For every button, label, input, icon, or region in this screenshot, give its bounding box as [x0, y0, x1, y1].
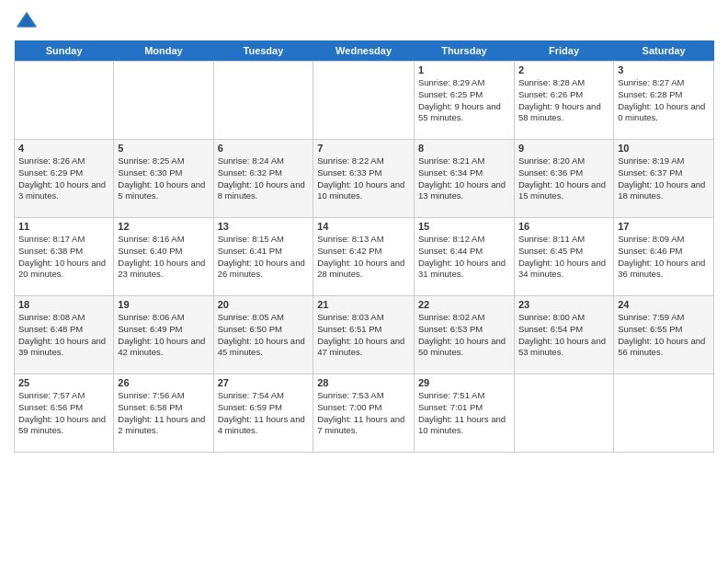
calendar-cell: 15Sunrise: 8:12 AMSunset: 6:44 PMDayligh…: [414, 218, 514, 296]
calendar-cell: 25Sunrise: 7:57 AMSunset: 6:56 PMDayligh…: [15, 374, 114, 453]
day-number: 8: [418, 143, 510, 154]
calendar-cell: [15, 62, 114, 140]
week-row-4: 18Sunrise: 8:08 AMSunset: 6:48 PMDayligh…: [15, 296, 714, 374]
day-number: 2: [518, 64, 609, 75]
day-number: 10: [618, 143, 710, 154]
day-number: 25: [18, 377, 109, 388]
calendar-container: SundayMondayTuesdayWednesdayThursdayFrid…: [0, 0, 728, 462]
calendar-cell: [213, 62, 313, 140]
calendar-cell: 11Sunrise: 8:17 AMSunset: 6:38 PMDayligh…: [15, 218, 114, 296]
calendar-cell: 29Sunrise: 7:51 AMSunset: 7:01 PMDayligh…: [414, 374, 514, 453]
cell-daylight-info: Sunrise: 8:21 AMSunset: 6:34 PMDaylight:…: [418, 155, 510, 202]
calendar-cell: 20Sunrise: 8:05 AMSunset: 6:50 PMDayligh…: [213, 296, 313, 374]
day-number: 6: [218, 143, 310, 154]
day-number: 16: [518, 221, 609, 232]
calendar-cell: 6Sunrise: 8:24 AMSunset: 6:32 PMDaylight…: [213, 140, 313, 218]
cell-daylight-info: Sunrise: 7:59 AMSunset: 6:55 PMDaylight:…: [618, 312, 710, 359]
calendar-cell: 27Sunrise: 7:54 AMSunset: 6:59 PMDayligh…: [213, 374, 313, 453]
cell-daylight-info: Sunrise: 8:05 AMSunset: 6:50 PMDaylight:…: [218, 312, 310, 359]
calendar-cell: 19Sunrise: 8:06 AMSunset: 6:49 PMDayligh…: [114, 296, 213, 374]
cell-daylight-info: Sunrise: 8:12 AMSunset: 6:44 PMDaylight:…: [418, 234, 510, 281]
cell-daylight-info: Sunrise: 7:53 AMSunset: 7:00 PMDaylight:…: [317, 390, 410, 437]
day-header-saturday: Saturday: [614, 40, 714, 62]
calendar-cell: 17Sunrise: 8:09 AMSunset: 6:46 PMDayligh…: [614, 218, 714, 296]
day-number: 9: [518, 143, 609, 154]
calendar-cell: [313, 62, 415, 140]
cell-daylight-info: Sunrise: 8:29 AMSunset: 6:25 PMDaylight:…: [418, 77, 510, 124]
day-number: 23: [518, 299, 609, 310]
day-number: 28: [317, 377, 410, 388]
day-number: 19: [118, 299, 209, 310]
cell-daylight-info: Sunrise: 8:22 AMSunset: 6:33 PMDaylight:…: [317, 155, 410, 202]
day-header-friday: Friday: [514, 40, 613, 62]
calendar-cell: 4Sunrise: 8:26 AMSunset: 6:29 PMDaylight…: [15, 140, 114, 218]
calendar-cell: 22Sunrise: 8:02 AMSunset: 6:53 PMDayligh…: [414, 296, 514, 374]
cell-daylight-info: Sunrise: 8:06 AMSunset: 6:49 PMDaylight:…: [118, 312, 209, 359]
calendar-cell: 12Sunrise: 8:16 AMSunset: 6:40 PMDayligh…: [114, 218, 213, 296]
day-number: 17: [618, 221, 710, 232]
calendar-cell: 24Sunrise: 7:59 AMSunset: 6:55 PMDayligh…: [614, 296, 714, 374]
day-number: 18: [18, 299, 109, 310]
cell-daylight-info: Sunrise: 8:00 AMSunset: 6:54 PMDaylight:…: [518, 312, 609, 359]
cell-daylight-info: Sunrise: 8:26 AMSunset: 6:29 PMDaylight:…: [18, 155, 109, 202]
calendar-cell: 21Sunrise: 8:03 AMSunset: 6:51 PMDayligh…: [313, 296, 415, 374]
cell-daylight-info: Sunrise: 8:28 AMSunset: 6:26 PMDaylight:…: [518, 77, 609, 124]
day-number: 1: [418, 64, 510, 75]
day-header-thursday: Thursday: [414, 40, 514, 62]
day-number: 15: [418, 221, 510, 232]
calendar-cell: [114, 62, 213, 140]
calendar-cell: 3Sunrise: 8:27 AMSunset: 6:28 PMDaylight…: [614, 62, 714, 140]
calendar-cell: 9Sunrise: 8:20 AMSunset: 6:36 PMDaylight…: [514, 140, 613, 218]
day-number: 29: [418, 377, 510, 388]
cell-daylight-info: Sunrise: 8:02 AMSunset: 6:53 PMDaylight:…: [418, 312, 510, 359]
week-row-2: 4Sunrise: 8:26 AMSunset: 6:29 PMDaylight…: [15, 140, 714, 218]
day-header-sunday: Sunday: [15, 40, 114, 62]
day-number: 20: [218, 299, 310, 310]
cell-daylight-info: Sunrise: 8:13 AMSunset: 6:42 PMDaylight:…: [317, 234, 410, 281]
calendar-cell: 23Sunrise: 8:00 AMSunset: 6:54 PMDayligh…: [514, 296, 613, 374]
cell-daylight-info: Sunrise: 8:17 AMSunset: 6:38 PMDaylight:…: [18, 234, 109, 281]
calendar-cell: 14Sunrise: 8:13 AMSunset: 6:42 PMDayligh…: [313, 218, 415, 296]
day-number: 14: [317, 221, 410, 232]
cell-daylight-info: Sunrise: 8:09 AMSunset: 6:46 PMDaylight:…: [618, 234, 710, 281]
calendar-cell: 8Sunrise: 8:21 AMSunset: 6:34 PMDaylight…: [414, 140, 514, 218]
cell-daylight-info: Sunrise: 8:24 AMSunset: 6:32 PMDaylight:…: [218, 155, 310, 202]
day-header-monday: Monday: [114, 40, 213, 62]
cell-daylight-info: Sunrise: 8:27 AMSunset: 6:28 PMDaylight:…: [618, 77, 710, 124]
day-number: 3: [618, 64, 710, 75]
calendar-cell: 28Sunrise: 7:53 AMSunset: 7:00 PMDayligh…: [313, 374, 415, 453]
day-header-wednesday: Wednesday: [313, 40, 415, 62]
cell-daylight-info: Sunrise: 8:20 AMSunset: 6:36 PMDaylight:…: [518, 155, 609, 202]
day-number: 13: [218, 221, 310, 232]
calendar-cell: 7Sunrise: 8:22 AMSunset: 6:33 PMDaylight…: [313, 140, 415, 218]
day-number: 11: [18, 221, 109, 232]
day-number: 12: [118, 221, 209, 232]
day-number: 27: [218, 377, 310, 388]
calendar-cell: [514, 374, 613, 453]
calendar-cell: 1Sunrise: 8:29 AMSunset: 6:25 PMDaylight…: [414, 62, 514, 140]
header-section: [14, 9, 714, 35]
cell-daylight-info: Sunrise: 7:51 AMSunset: 7:01 PMDaylight:…: [418, 390, 510, 437]
calendar-cell: 16Sunrise: 8:11 AMSunset: 6:45 PMDayligh…: [514, 218, 613, 296]
day-header-tuesday: Tuesday: [213, 40, 313, 62]
cell-daylight-info: Sunrise: 8:15 AMSunset: 6:41 PMDaylight:…: [218, 234, 310, 281]
cell-daylight-info: Sunrise: 7:57 AMSunset: 6:56 PMDaylight:…: [18, 390, 109, 437]
day-number: 24: [618, 299, 710, 310]
day-number: 26: [118, 377, 209, 388]
calendar-cell: 5Sunrise: 8:25 AMSunset: 6:30 PMDaylight…: [114, 140, 213, 218]
days-header-row: SundayMondayTuesdayWednesdayThursdayFrid…: [15, 40, 714, 62]
day-number: 4: [18, 143, 109, 154]
calendar-cell: 2Sunrise: 8:28 AMSunset: 6:26 PMDaylight…: [514, 62, 613, 140]
week-row-5: 25Sunrise: 7:57 AMSunset: 6:56 PMDayligh…: [15, 374, 714, 453]
calendar-cell: 26Sunrise: 7:56 AMSunset: 6:58 PMDayligh…: [114, 374, 213, 453]
day-number: 22: [418, 299, 510, 310]
calendar-cell: 18Sunrise: 8:08 AMSunset: 6:48 PMDayligh…: [15, 296, 114, 374]
cell-daylight-info: Sunrise: 7:54 AMSunset: 6:59 PMDaylight:…: [218, 390, 310, 437]
cell-daylight-info: Sunrise: 8:25 AMSunset: 6:30 PMDaylight:…: [118, 155, 209, 202]
logo: [14, 9, 43, 35]
calendar-cell: [614, 374, 714, 453]
calendar-cell: 13Sunrise: 8:15 AMSunset: 6:41 PMDayligh…: [213, 218, 313, 296]
cell-daylight-info: Sunrise: 8:03 AMSunset: 6:51 PMDaylight:…: [317, 312, 410, 359]
logo-icon: [14, 9, 40, 35]
calendar-table: SundayMondayTuesdayWednesdayThursdayFrid…: [14, 40, 714, 453]
